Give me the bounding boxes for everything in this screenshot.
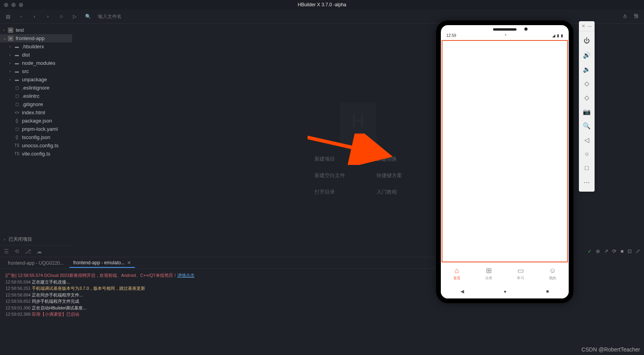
tree-item-pnpm-lock-yaml[interactable]: ▢pnpm-lock.yaml xyxy=(0,125,72,133)
tree-item--eslintrc[interactable]: ▢.eslintrc xyxy=(0,92,72,100)
file-icon: ▢ xyxy=(14,93,20,99)
screenshot-icon[interactable]: 📷 xyxy=(581,104,592,119)
emulator-minimize-button[interactable]: — xyxy=(588,24,592,29)
file-icon: ▢ xyxy=(14,126,20,132)
tree-label: dist xyxy=(22,52,30,58)
file-icon: TS xyxy=(14,143,20,148)
status-expand-icon[interactable]: ⤢ xyxy=(636,248,640,254)
status-bar: ✓ ⊕ ↗ ⟳ ■ ⊡ ⤢ xyxy=(577,245,644,257)
volume-up-icon[interactable]: 🔊 xyxy=(581,48,592,62)
closed-projects-label: 已关闭项目 xyxy=(9,236,32,243)
welcome-入门教程[interactable]: 入门教程 xyxy=(377,188,402,196)
back-icon[interactable]: ‹ xyxy=(31,13,38,20)
tree-label: tsconfig.json xyxy=(22,134,50,140)
file-icon: <> xyxy=(14,110,20,115)
filter-icon[interactable]: ⫛ xyxy=(622,13,628,20)
tree-item-vite-config-ts[interactable]: TSvite.config.ts xyxy=(0,150,72,158)
tree-item-unocss-config-ts[interactable]: TSunocss.config.ts xyxy=(0,141,72,150)
status-more-icon[interactable]: ⊡ xyxy=(628,248,632,254)
emulator-close-button[interactable]: ✕ xyxy=(582,24,585,29)
tree-item-src[interactable]: ›▬src xyxy=(0,67,72,75)
tree-item--gitignore[interactable]: ▢.gitignore xyxy=(0,100,72,108)
close-tab-icon[interactable]: ✕ xyxy=(127,260,131,265)
folder-icon: ▬ xyxy=(14,44,20,49)
welcome-新建空白文件[interactable]: 新建空白文件 xyxy=(315,172,345,179)
volume-down-icon[interactable]: 🔉 xyxy=(581,62,592,76)
phone-tab-icon: ⊞ xyxy=(486,266,492,275)
star-icon[interactable]: ☆ xyxy=(58,13,64,20)
android-back-button[interactable]: ◀ xyxy=(460,289,464,294)
welcome-打开目录[interactable]: 打开目录 xyxy=(315,188,345,196)
rotate-left-icon[interactable]: ◇ xyxy=(581,76,592,90)
tree-label: unocss.config.ts xyxy=(22,143,58,148)
tree-item-index-html[interactable]: <>index.html xyxy=(0,108,72,117)
console-tab[interactable]: frontend-app - UQG0220... xyxy=(4,259,68,267)
console-tab[interactable]: frontend-app - emulato...✕ xyxy=(69,258,135,268)
file-search-input[interactable] xyxy=(98,14,176,19)
phone-app-content[interactable] xyxy=(442,40,568,262)
run-icon[interactable]: ▷ xyxy=(71,13,78,20)
file-icon: ▢ xyxy=(14,102,20,107)
traffic-lights xyxy=(0,3,23,7)
close-window-button[interactable] xyxy=(4,3,8,7)
emu-back-icon[interactable]: ◁ xyxy=(581,133,592,147)
tree-item-test[interactable]: ›utest xyxy=(0,26,72,34)
console-link[interactable]: 详情点击 xyxy=(177,273,195,278)
tree-label: frontend-app xyxy=(16,35,45,41)
tree-item-tsconfig-json[interactable]: {}tsconfig.json xyxy=(0,133,72,141)
phone-time: 12:59 xyxy=(446,33,456,38)
phone-statusbar: 12:59 ⁵ ◢ ▮ ▮ xyxy=(441,31,569,40)
tree-item-frontend-app[interactable]: ⌄ufrontend-app xyxy=(0,34,72,42)
tree-label: .eslintignore xyxy=(22,85,49,91)
tree-item-package-json[interactable]: {}package.json xyxy=(0,117,72,125)
forward-icon[interactable]: › xyxy=(45,13,51,20)
tree-item--hbuilderx[interactable]: ›▬.hbuilderx xyxy=(0,42,72,51)
phone-tab-我的[interactable]: ☺我的 xyxy=(549,267,556,281)
git-icon[interactable]: ⎇ xyxy=(25,248,31,254)
emu-home-icon[interactable]: ○ xyxy=(581,147,592,161)
maximize-window-button[interactable] xyxy=(19,3,23,7)
app-icon: u xyxy=(8,36,13,41)
search-docs-icon[interactable]: 🔍 xyxy=(85,13,91,20)
phone-tab-label: 首页 xyxy=(453,276,460,281)
menu-icon[interactable]: ☰ xyxy=(4,248,9,254)
tree-item-unpackage[interactable]: ›▬unpackage xyxy=(0,75,72,84)
phone-tab-首页[interactable]: ⌂首页 xyxy=(453,267,460,281)
file-icon: {} xyxy=(14,118,20,124)
console-line: 12:59:01.390 正在启动HBuilder调试基座... xyxy=(5,305,572,311)
svg-text:H: H xyxy=(351,111,365,131)
power-icon[interactable]: ⏻ xyxy=(581,34,592,48)
status-refresh-icon[interactable]: ⟳ xyxy=(612,248,617,254)
closed-projects-section[interactable]: › 已关闭项目 xyxy=(0,234,72,245)
sync-icon[interactable]: ⟲ xyxy=(15,248,19,254)
tree-label: unpackage xyxy=(22,77,47,82)
phone-tab-icon: ⌂ xyxy=(455,267,459,275)
tree-item-dist[interactable]: ›▬dist xyxy=(0,51,72,59)
tree-item-node_modules[interactable]: ›▬node_modules xyxy=(0,59,72,67)
phone-tab-分类[interactable]: ⊞分类 xyxy=(485,266,492,281)
sidebar-toggle-icon[interactable]: ▤ xyxy=(5,13,11,20)
zoom-icon[interactable]: 🔍 xyxy=(581,119,592,133)
phone-screen: 12:59 ⁵ ◢ ▮ ▮ ⌂首页⊞分类▭学习☺我的 ◀ ● ■ xyxy=(441,25,569,298)
status-ok-icon[interactable]: ✓ xyxy=(588,248,592,254)
android-recent-button[interactable]: ■ xyxy=(546,289,549,294)
phone-tab-label: 分类 xyxy=(485,276,492,281)
emu-more-icon[interactable]: ⋯ xyxy=(581,175,592,189)
emu-overview-icon[interactable]: □ xyxy=(581,161,592,175)
phone-tab-学习[interactable]: ▭学习 xyxy=(517,266,524,281)
tree-item--eslintignore[interactable]: ▢.eslintignore xyxy=(0,84,72,92)
rotate-right-icon[interactable]: ◇ xyxy=(581,90,592,104)
welcome-快捷键方案[interactable]: 快捷键方案 xyxy=(377,172,402,179)
status-stop-icon[interactable]: ■ xyxy=(620,248,624,254)
minimize-window-button[interactable] xyxy=(11,3,16,7)
new-file-icon[interactable]: ▫ xyxy=(18,13,24,20)
phone-5g-icon: ⁵ xyxy=(505,33,506,38)
status-export-icon[interactable]: ↗ xyxy=(604,248,608,254)
status-debug-icon[interactable]: ⊕ xyxy=(596,248,600,254)
android-home-button[interactable]: ● xyxy=(504,289,506,294)
titlebar: HBuilder X 3.7.0 -alpha xyxy=(0,0,644,9)
tree-label: .eslintrc xyxy=(22,93,40,99)
cloud-icon[interactable]: ☁ xyxy=(36,248,42,254)
phone-emulator: 12:59 ⁵ ◢ ▮ ▮ ⌂首页⊞分类▭学习☺我的 ◀ ● ■ xyxy=(436,20,573,303)
preview-button[interactable]: 预 xyxy=(633,13,639,20)
